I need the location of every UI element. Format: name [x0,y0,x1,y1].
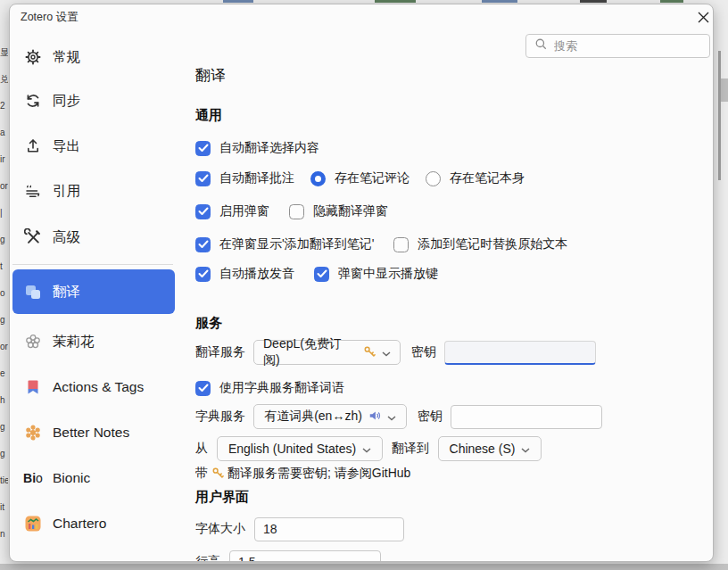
dropdown-value: English (United States) [228,442,356,456]
gear-icon [24,48,42,66]
line-height-label: 行高 [195,554,220,562]
sidebar-item-label: 高级 [53,228,80,247]
sidebar-item-label: Bionic [53,470,90,486]
row-pronunciation: 自动播放发音 弹窗中显示播放键 [195,262,438,285]
font-size-input[interactable] [254,517,404,541]
search-input[interactable] [554,39,711,53]
chevron-down-icon [362,442,371,456]
secret-label: 密钥 [411,344,436,360]
row-auto-translate-selection: 自动翻译选择内容 [195,136,319,160]
background-scrollbar-thumb [721,78,728,102]
dropdown-value: 有道词典(en↔zh) [264,409,362,425]
row-auto-translate-annotation: 自动翻译批注 存在笔记评论 存在笔记本身 [195,167,525,190]
use-dict-checkbox[interactable] [195,381,211,396]
flower-icon [24,333,42,351]
section-heading-ui: 用户界面 [195,489,249,506]
chevron-down-icon [387,409,396,424]
checkbox-label: 自动翻译批注 [219,170,294,186]
sidebar-item-export[interactable]: 导出 [12,128,175,164]
sidebar-item-label: Actions & Tags [53,379,144,395]
sidebar-item-better-notes[interactable]: Better Notes [12,415,175,450]
cite-icon [24,182,42,200]
sync-icon [24,92,42,110]
sidebar-item-advanced[interactable]: 高级 [12,219,175,255]
auto-translate-annotation-checkbox[interactable] [195,171,211,186]
window-title: Zotero 设置 [21,10,79,25]
bookmark-icon [24,378,42,396]
key-icon [363,345,376,360]
sidebar-item-translate[interactable]: 翻译 [12,269,175,314]
dict-service-secret-input[interactable] [451,405,602,429]
checkbox-label: 添加到笔记时替换原始文本 [418,236,567,252]
close-icon [697,11,710,27]
screen: 显 兑 2 a ir or | g t o g or e h g g tie i… [0,0,728,570]
sidebar-item-cite[interactable]: 引用 [12,173,175,209]
hide-popup-checkbox[interactable] [289,204,304,219]
section-heading-general: 通用 [195,107,222,124]
translate-icon [24,283,42,301]
search-box[interactable] [525,34,710,58]
show-play-button-checkbox[interactable] [314,267,329,282]
row-translate-service: 翻译服务 DeepL(免费订阅) 密钥 [195,341,596,364]
tools-icon [24,228,42,246]
sidebar-item-label: 翻译 [53,283,80,302]
sidebar-item-label: 引用 [53,182,80,201]
background-scrollbar [718,51,721,180]
sidebar-item-actions-tags[interactable]: Actions & Tags [12,369,175,405]
dict-service-label: 字典服务 [195,409,245,425]
dict-service-dropdown[interactable]: 有道词典(en↔zh) [253,404,407,429]
sidebar-item-label: 茉莉花 [53,333,95,351]
close-button[interactable] [691,8,714,29]
sidebar-item-sync[interactable]: 同步 [12,83,175,119]
sidebar-item-jasminum[interactable]: 茉莉花 [12,324,175,359]
lang-to-dropdown[interactable]: Chinese (S) [438,436,542,461]
line-height-input[interactable] [229,550,381,563]
replace-raw-checkbox[interactable] [393,237,409,252]
checkbox-label: 隐藏翻译弹窗 [313,203,388,219]
row-line-height: 行高 [195,550,381,562]
sidebar-item-label: 同步 [53,92,80,111]
checkbox-label: 自动翻译选择内容 [219,140,319,156]
auto-play-checkbox[interactable] [195,267,211,282]
chevron-down-icon [521,442,530,456]
key-required-note: 带 翻译服务需要密钥; 请参阅GitHub [195,466,410,482]
translate-service-label: 翻译服务 [195,344,245,360]
translate-service-secret-input[interactable] [444,341,596,365]
molecule-icon [24,424,42,442]
checkbox-label: 在弹窗显示'添加翻译到笔记' [219,236,374,252]
row-languages: 从 English (United States) 翻译到 Chinese (S… [195,437,542,460]
row-use-dict: 使用字典服务翻译词语 [195,376,344,400]
sidebar-item-general[interactable]: 常规 [12,39,175,75]
font-size-label: 字体大小 [195,521,245,537]
translate-service-dropdown[interactable]: DeepL(免费订阅) [253,340,401,365]
export-icon [24,137,42,155]
background-top-fragment [580,0,607,3]
sidebar-item-chartero[interactable]: Chartero [12,506,175,541]
row-popup: 启用弹窗 隐藏翻译弹窗 [195,200,388,223]
checkbox-label: 启用弹窗 [219,203,269,219]
background-window-fragments: 显 兑 2 a ir or | g t o g or e h g g tie i… [0,39,8,553]
radio-label: 存在笔记评论 [335,170,410,186]
checkbox-label: 弹窗中显示播放键 [338,266,438,282]
enable-popup-checkbox[interactable] [195,204,211,219]
sidebar-item-bionic[interactable]: Bio Bionic [12,460,175,496]
note-comment-radio[interactable] [310,171,326,186]
background-bottom-strip [0,564,728,570]
sidebar-item-label: 导出 [53,137,80,156]
lang-from-dropdown[interactable]: English (United States) [217,436,383,461]
checkbox-label: 自动播放发音 [219,266,294,282]
speaker-icon [368,409,381,425]
show-add-note-checkbox[interactable] [195,237,211,252]
background-top-fragment [223,0,253,3]
note-body-radio[interactable] [426,171,441,186]
secret-label: 密钥 [418,409,443,425]
auto-translate-selection-checkbox[interactable] [195,141,211,156]
background-top-fragment [375,0,416,3]
settings-dialog: Zotero 设置 [9,4,714,562]
lang-to-label: 翻译到 [392,441,429,457]
sidebar-item-label: Chartero [53,516,106,532]
note-text: 带 [195,466,208,482]
dropdown-value: Chinese (S) [450,442,516,456]
chevron-down-icon [382,345,391,359]
checkbox-label: 使用字典服务翻译词语 [219,380,344,396]
